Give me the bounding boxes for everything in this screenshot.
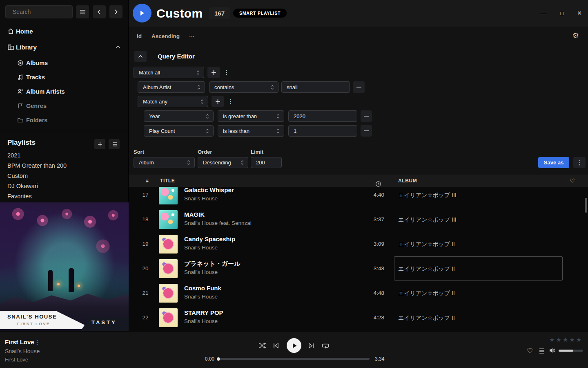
disc-icon — [17, 60, 24, 66]
rule-field-select[interactable]: Album Artist — [138, 81, 205, 93]
hamburger-icon — [80, 9, 86, 15]
table-row[interactable]: 20 プラネット・ガール Snail's House 3:48 エイリアン☆ポッ… — [129, 256, 588, 281]
table-row[interactable]: 18 MAGIK Snail's House feat. Sennzai 3:3… — [129, 207, 588, 232]
playlist-item[interactable]: 2021 — [7, 152, 122, 159]
remove-rule-button[interactable] — [361, 125, 372, 137]
group2-menu-button[interactable]: ⋮ — [228, 96, 234, 107]
playlist-item[interactable]: Custom — [7, 173, 122, 180]
add-rule-button-group1[interactable] — [207, 67, 220, 78]
match-type-select-group2[interactable]: Match any — [138, 96, 208, 107]
playlist-item[interactable]: DJ Okawari — [7, 183, 122, 190]
clock-icon[interactable] — [375, 178, 381, 190]
table-row[interactable]: 21 Cosmo Funk Snail's House 4:48 エイリアン☆ポ… — [129, 281, 588, 305]
repeat-icon[interactable] — [322, 343, 329, 349]
table-row[interactable]: 19 Candy Spaceship Snail's House 3:09 エイ… — [129, 232, 588, 256]
table-row[interactable]: 22 STARRY POP Snail's House 4:28 エイリアン☆ポ… — [129, 305, 588, 330]
previous-track-icon[interactable] — [273, 343, 279, 348]
rule-value-field[interactable] — [288, 125, 357, 137]
updown-arrows-icon — [196, 70, 200, 75]
sort-label: Sort — [134, 149, 144, 155]
back-button[interactable] — [93, 5, 106, 18]
track-rows: 17 Galactic Whisper Snail's House 4:40 エ… — [129, 175, 588, 331]
column-header-index[interactable]: # — [143, 175, 151, 187]
volume-icon[interactable] — [549, 348, 556, 353]
limit-field[interactable] — [251, 157, 282, 168]
rating-stars[interactable]: ★★★★★ — [549, 336, 583, 343]
add-rule-button-group2[interactable] — [212, 96, 224, 107]
now-playing-artwork[interactable]: SNAIL'S HOUSE FIRST LOVE TASTY — [0, 202, 129, 331]
seek-bar[interactable] — [218, 358, 370, 360]
rule-value-input[interactable] — [289, 111, 357, 121]
forward-button[interactable] — [109, 5, 122, 18]
close-button[interactable]: × — [573, 7, 586, 20]
track-number: 21 — [139, 281, 151, 305]
now-playing-menu-button[interactable]: ⋮ — [34, 339, 40, 346]
track-album[interactable]: エイリアン☆ポップ II — [398, 281, 455, 305]
play-playlist-button[interactable] — [133, 4, 151, 22]
collapse-chevron-icon[interactable] — [116, 45, 120, 49]
add-playlist-button[interactable] — [94, 139, 105, 149]
favorite-heart-icon[interactable]: ♡ — [527, 347, 533, 355]
queue-icon[interactable] — [539, 348, 545, 354]
volume-slider[interactable] — [559, 350, 583, 352]
sort-direction-button[interactable]: Ascending — [151, 27, 180, 46]
track-table: # TITLE ALBUM ♡ 17 Galactic Whisper Snai… — [129, 175, 588, 331]
rule-field-select[interactable]: Year — [144, 110, 214, 122]
heart-column-icon[interactable]: ♡ — [570, 175, 575, 187]
shuffle-icon[interactable] — [258, 342, 266, 349]
column-header-title[interactable]: TITLE — [160, 175, 175, 187]
rule-operator-select[interactable]: contains — [209, 81, 278, 93]
sidebar-item-genres[interactable]: Genres — [0, 101, 129, 111]
column-header-album[interactable]: ALBUM — [398, 175, 417, 187]
rule-operator-select[interactable]: is less than — [218, 125, 284, 137]
track-album[interactable]: エイリアン☆ポップ II — [398, 232, 455, 256]
scrollbar-thumb[interactable] — [585, 198, 587, 213]
rule-value-field[interactable] — [281, 81, 350, 93]
track-number: 19 — [139, 232, 151, 256]
sort-select[interactable]: Album — [134, 157, 195, 168]
order-select[interactable]: Descending — [198, 157, 248, 168]
track-album[interactable]: エイリアン☆ポップ II — [398, 305, 455, 330]
sidebar-item-albums[interactable]: Albums — [0, 58, 129, 68]
search-input[interactable] — [13, 9, 87, 15]
limit-input[interactable] — [251, 157, 281, 168]
sort-field-button[interactable]: Id — [137, 27, 142, 46]
track-duration: 3:48 — [357, 256, 384, 281]
artwork-figure — [48, 270, 53, 291]
playlist-item[interactable]: Favorites — [7, 193, 122, 200]
gear-icon[interactable]: ⚙ — [572, 27, 579, 46]
next-track-icon[interactable] — [308, 343, 314, 348]
play-icon — [139, 10, 145, 16]
play-pause-button[interactable] — [287, 338, 301, 353]
sidebar-item-album-artists[interactable]: Album Artists — [0, 87, 129, 96]
query-collapse-button[interactable] — [134, 51, 147, 62]
rule-value-input[interactable] — [282, 82, 350, 92]
group1-menu-button[interactable]: ⋮ — [224, 67, 229, 78]
main-panel: Custom 167 SMART PLAYLIST — □ × Id Ascen… — [129, 0, 588, 331]
playlist-list-button[interactable] — [109, 139, 120, 149]
rule-value-input[interactable] — [289, 126, 357, 136]
rule-operator-select[interactable]: is greater than — [218, 110, 284, 122]
toolbar-more-button[interactable]: ⋯ — [189, 27, 195, 46]
save-menu-button[interactable]: ⋮ — [573, 157, 586, 168]
match-type-select-group1[interactable]: Match all — [134, 67, 204, 78]
seek-thumb[interactable] — [217, 357, 220, 361]
search-box[interactable] — [5, 5, 73, 18]
save-as-button[interactable]: Save as — [538, 157, 569, 168]
playlist-item[interactable]: BPM Greater than 200 — [7, 162, 122, 170]
sidebar-item-library[interactable]: Library — [0, 41, 129, 53]
minimize-button[interactable]: — — [537, 7, 550, 20]
track-number: 20 — [139, 256, 151, 281]
maximize-button[interactable]: □ — [555, 7, 568, 20]
select-value: is greater than — [223, 113, 276, 119]
remove-rule-button[interactable] — [353, 81, 365, 93]
menu-button[interactable] — [76, 5, 89, 18]
rule-field-select[interactable]: Play Count — [144, 125, 214, 137]
rule-value-field[interactable] — [288, 110, 357, 122]
sidebar-item-tracks[interactable]: Tracks — [0, 72, 129, 82]
track-title: Cosmo Funk — [184, 285, 221, 292]
remove-rule-button[interactable] — [361, 110, 372, 122]
sidebar-item-home[interactable]: Home — [0, 25, 129, 37]
track-album[interactable]: エイリアン☆ポップ III — [398, 207, 457, 232]
sidebar-item-folders[interactable]: Folders — [0, 115, 129, 125]
